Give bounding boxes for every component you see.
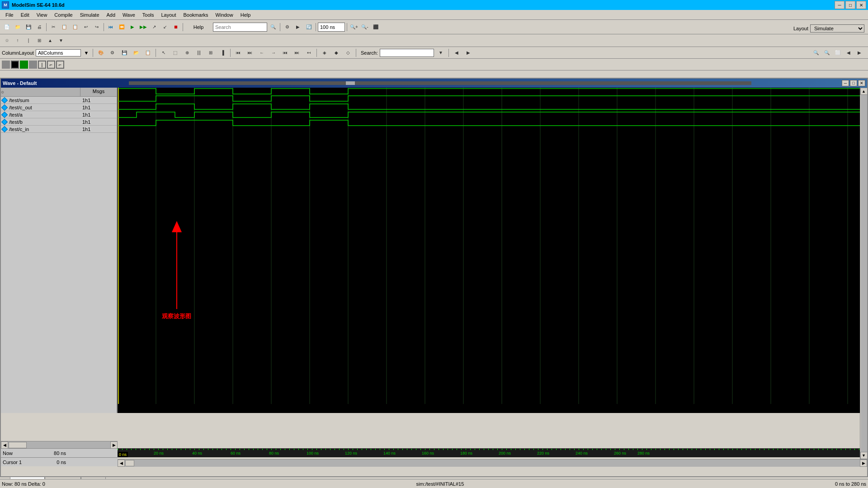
wave-tb4[interactable]: 📂 xyxy=(131,48,141,58)
break-button[interactable]: ⏹ xyxy=(171,22,181,32)
next-cursor-btn[interactable]: → xyxy=(269,48,278,58)
menu-view[interactable]: View xyxy=(33,11,51,19)
next-edge-btn[interactable]: ⏭ xyxy=(245,48,255,58)
tb2-btn3[interactable]: | xyxy=(24,36,33,46)
menu-compile[interactable]: Compile xyxy=(51,11,76,19)
wave-vscroll-track[interactable] xyxy=(861,95,867,452)
wave-scroll-left[interactable]: ◀ xyxy=(118,460,125,467)
zoom-full-button[interactable]: ⬛ xyxy=(371,22,381,32)
zoom-out-button[interactable]: 🔍- xyxy=(360,22,370,32)
tb2-btn5[interactable]: ▲ xyxy=(45,36,55,46)
jump-start-btn[interactable]: ⏮ xyxy=(280,48,290,58)
zoom-in-right[interactable]: 🔍 xyxy=(811,48,821,58)
step-out-button[interactable]: ↙ xyxy=(160,22,170,32)
wave-close[interactable]: ✕ xyxy=(858,80,865,86)
menu-layout[interactable]: Layout xyxy=(158,11,180,19)
redo-button[interactable]: ↪ xyxy=(92,22,102,32)
wave-scroll-track[interactable] xyxy=(125,460,860,467)
cut-button[interactable]: ✂ xyxy=(48,22,58,32)
run-time-input[interactable] xyxy=(318,23,345,32)
divider-btn[interactable]: ⊞ xyxy=(206,48,216,58)
time-start-btn[interactable]: ↤ xyxy=(304,48,314,58)
zoom-in-button[interactable]: 🔍+ xyxy=(349,22,359,32)
tb2-btn4[interactable]: ⊞ xyxy=(34,36,44,46)
zoom-next[interactable]: ▶ xyxy=(854,48,864,58)
prev-edge-btn[interactable]: ⏮ xyxy=(233,48,243,58)
jump-end-btn[interactable]: ⏭ xyxy=(292,48,302,58)
select-btn[interactable]: ⬚ xyxy=(170,48,180,58)
shape-btn4[interactable] xyxy=(29,61,37,69)
continue-button[interactable]: ▶▶ xyxy=(138,22,148,32)
search-go-btn[interactable]: ▼ xyxy=(436,48,446,58)
shape-btn5[interactable]: | xyxy=(38,61,46,69)
zoom-out-right[interactable]: 🔍 xyxy=(822,48,832,58)
search-input[interactable] xyxy=(380,49,434,57)
restart-button[interactable]: ⏮ xyxy=(106,22,116,32)
marker-btn2[interactable]: ◆ xyxy=(331,48,341,58)
wave-btn6[interactable]: ▐ xyxy=(217,48,227,58)
marker-btn3[interactable]: ◇ xyxy=(343,48,353,58)
menu-wave[interactable]: Wave xyxy=(119,11,139,19)
waveform-area[interactable]: 观察波形图 xyxy=(118,88,867,413)
menu-tools[interactable]: Tools xyxy=(139,11,158,19)
shape-btn3[interactable] xyxy=(20,61,28,69)
zoom-cursor-btn[interactable]: ⊕ xyxy=(182,48,192,58)
wave-maximize[interactable]: □ xyxy=(850,80,857,86)
compile-button[interactable]: ⚙ xyxy=(282,22,292,32)
column-layout-input[interactable] xyxy=(36,49,81,56)
signal-row-sum[interactable]: /test/sum 1h1 xyxy=(1,97,117,104)
copy-button[interactable]: 📋 xyxy=(59,22,69,32)
open-button[interactable]: 📁 xyxy=(13,22,23,32)
simulate-button[interactable]: ▶ xyxy=(293,22,303,32)
menu-edit[interactable]: Edit xyxy=(17,11,33,19)
run-button[interactable]: ▶ xyxy=(127,22,137,32)
menu-help[interactable]: Help xyxy=(237,11,255,19)
step-back-button[interactable]: ⏪ xyxy=(117,22,127,32)
menu-file[interactable]: File xyxy=(2,11,17,19)
help-search-input[interactable] xyxy=(213,23,267,32)
wave-tb1[interactable]: 🎨 xyxy=(96,48,106,58)
menu-window[interactable]: Window xyxy=(212,11,237,19)
shape-btn6[interactable]: ⌐ xyxy=(47,61,55,69)
tb2-btn6[interactable]: ▼ xyxy=(56,36,66,46)
minimize-button[interactable]: ─ xyxy=(835,1,844,9)
cursor-btn[interactable]: ↖ xyxy=(159,48,169,58)
wave-tb2[interactable]: ⚙ xyxy=(108,48,118,58)
shape-btn2[interactable] xyxy=(11,61,19,69)
wave-vscroll-down[interactable]: ▼ xyxy=(860,452,868,459)
col-dropdown[interactable]: ▼ xyxy=(83,48,90,58)
help-button[interactable]: Help xyxy=(185,22,212,32)
shape-btn1[interactable] xyxy=(2,61,10,69)
signal-row-cout[interactable]: /test/c_out 1h1 xyxy=(1,104,117,111)
menu-simulate[interactable]: Simulate xyxy=(76,11,103,19)
step-button[interactable]: ↗ xyxy=(149,22,159,32)
new-button[interactable]: 📄 xyxy=(2,22,12,32)
zoom-prev[interactable]: ◀ xyxy=(844,48,854,58)
help-search-button[interactable]: 🔍 xyxy=(268,22,278,32)
paste-button[interactable]: 📋 xyxy=(70,22,80,32)
wave-tb5[interactable]: 📋 xyxy=(143,48,153,58)
wave-minimize[interactable]: ─ xyxy=(842,80,849,86)
layout-select[interactable]: Simulate Debug Wave xyxy=(810,24,864,33)
search-prev-btn[interactable]: ◀ xyxy=(452,48,462,58)
prev-cursor-btn[interactable]: ← xyxy=(257,48,267,58)
menu-add[interactable]: Add xyxy=(103,11,119,19)
search-next-btn[interactable]: ▶ xyxy=(463,48,473,58)
wave-tb3[interactable]: 💾 xyxy=(119,48,129,58)
tb2-btn1[interactable]: ☆ xyxy=(2,36,12,46)
undo-button[interactable]: ↩ xyxy=(81,22,91,32)
print-button[interactable]: 🖨 xyxy=(34,22,44,32)
save-button[interactable]: 💾 xyxy=(24,22,33,32)
signal-row-b[interactable]: /test/b 1h1 xyxy=(1,118,117,126)
tb2-btn2[interactable]: ↑ xyxy=(13,36,23,46)
marker-btn1[interactable]: ◈ xyxy=(320,48,330,58)
zoom-fit[interactable]: ⬜ xyxy=(833,48,843,58)
shape-btn7[interactable]: ⌐ xyxy=(56,61,64,69)
signal-row-cin[interactable]: /test/c_in 1h1 xyxy=(1,126,117,133)
refresh-button[interactable]: 🔄 xyxy=(304,22,314,32)
sig-scroll-track[interactable] xyxy=(8,441,110,449)
wave-vscroll-up[interactable]: ▲ xyxy=(860,88,868,95)
menu-bookmarks[interactable]: Bookmarks xyxy=(180,11,212,19)
maximize-button[interactable]: □ xyxy=(845,1,855,9)
sig-scroll-left[interactable]: ◀ xyxy=(1,441,8,449)
